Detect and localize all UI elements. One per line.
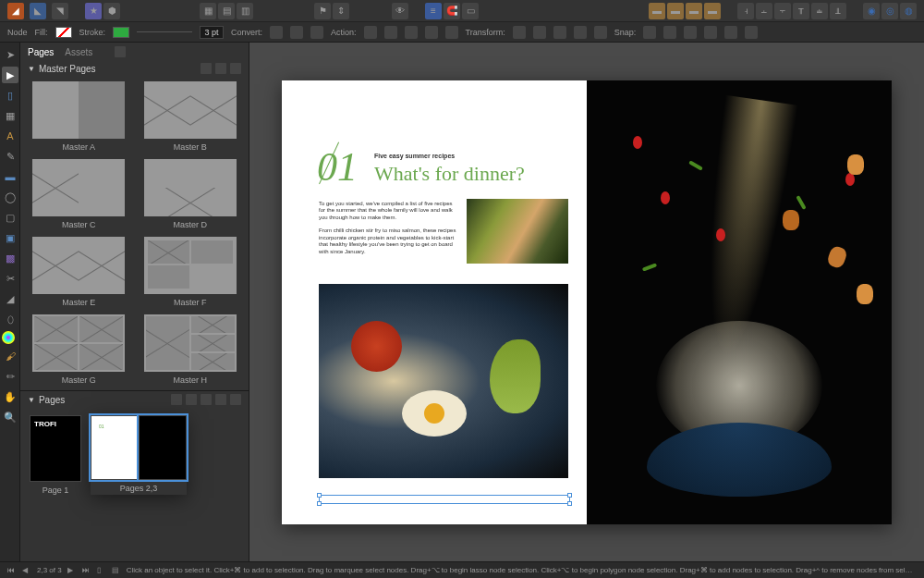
master-item[interactable]: Master F xyxy=(141,237,240,307)
panel-menu-icon[interactable] xyxy=(115,46,126,57)
convert-sharp-icon[interactable] xyxy=(270,26,283,39)
master-item[interactable]: Master G xyxy=(30,314,128,385)
master-item[interactable]: Master C xyxy=(30,159,128,229)
status-mode2-icon[interactable]: ▤ xyxy=(112,566,121,575)
transform-origin2-icon[interactable] xyxy=(553,26,566,39)
align-middle-icon[interactable]: ⫨ xyxy=(811,3,828,19)
masters-view2-icon[interactable] xyxy=(215,63,226,74)
color-picker-tool-icon[interactable] xyxy=(2,331,15,344)
view-mode2-icon[interactable]: ▤ xyxy=(218,3,235,19)
selection-handle-icon[interactable] xyxy=(567,501,572,506)
frame-text-tool-icon[interactable]: A xyxy=(2,128,18,144)
vector-crop-tool-icon[interactable]: ✂ xyxy=(2,270,18,287)
next-page-icon[interactable]: ▶ xyxy=(67,566,77,575)
snap-align-icon[interactable] xyxy=(724,26,737,39)
last-page-icon[interactable]: ⏭ xyxy=(82,566,91,575)
snapping-icon[interactable]: 🧲 xyxy=(444,3,460,19)
snap-handles-icon[interactable] xyxy=(704,26,717,39)
master-item[interactable]: Master E xyxy=(30,237,128,307)
boolean-subtract-icon[interactable]: ◎ xyxy=(881,3,898,19)
tab-pages[interactable]: Pages xyxy=(28,47,54,57)
transform-origin1-icon[interactable] xyxy=(533,26,546,39)
pages-addright-icon[interactable] xyxy=(215,394,226,405)
rectangle-tool-icon[interactable]: ▬ xyxy=(2,168,18,185)
pages-disclosure-icon[interactable]: ▼ xyxy=(28,396,35,404)
first-page-icon[interactable]: ⏮ xyxy=(7,566,17,575)
snap-node1-icon[interactable] xyxy=(643,26,656,39)
pages-view1-icon[interactable] xyxy=(171,394,182,405)
zoom-tool-icon[interactable]: 🔍 xyxy=(2,409,18,425)
fill-tool-icon[interactable]: ◢ xyxy=(2,290,18,307)
pages-view2-icon[interactable] xyxy=(186,394,197,405)
stroke-width-input[interactable] xyxy=(200,26,224,39)
baseline-grid-icon[interactable]: ≡ xyxy=(425,3,442,19)
table-tool-icon[interactable]: ▦ xyxy=(2,107,18,124)
master-item[interactable]: Master A xyxy=(30,81,128,152)
master-item[interactable]: Master D xyxy=(141,159,240,229)
boolean-add-icon[interactable]: ◉ xyxy=(863,3,880,19)
view-mode3-icon[interactable]: ▥ xyxy=(237,3,253,19)
snap-node2-icon[interactable] xyxy=(663,26,676,39)
persona-designer-icon[interactable]: ⬢ xyxy=(103,3,120,19)
align-right-icon[interactable]: ⫟ xyxy=(774,3,791,19)
selection-handle-icon[interactable] xyxy=(317,501,322,506)
fill-swatch[interactable] xyxy=(55,27,72,38)
rounded-rect-tool-icon[interactable]: ▢ xyxy=(2,209,18,226)
page-right[interactable] xyxy=(587,80,892,524)
action-smooth-icon[interactable] xyxy=(405,26,418,39)
anchor-icon[interactable]: ⇕ xyxy=(333,3,349,19)
transform-mode-icon[interactable] xyxy=(513,26,526,39)
arrange-back-icon[interactable]: ▬ xyxy=(649,3,665,19)
action-reverse-icon[interactable] xyxy=(445,26,458,39)
convert-smooth-icon[interactable] xyxy=(290,26,303,39)
node-tool-icon[interactable]: ▶ xyxy=(2,67,18,83)
affinity-switch2-icon[interactable]: ◥ xyxy=(52,3,68,19)
page-thumb-1[interactable]: TROFI Page 1 xyxy=(30,415,81,495)
align-top-icon[interactable]: ⫪ xyxy=(793,3,809,19)
affinity-switch-icon[interactable]: ◣ xyxy=(30,3,46,19)
image-bowl[interactable] xyxy=(319,284,568,478)
place-image-tool-icon[interactable]: ▩ xyxy=(2,250,18,266)
stroke-width-slider[interactable] xyxy=(137,31,192,32)
brush-tool-icon[interactable]: 🖌 xyxy=(2,348,18,364)
arrange-forward-icon[interactable]: ▬ xyxy=(686,3,702,19)
selection-frame[interactable] xyxy=(319,495,570,504)
pen-tool-icon[interactable]: ✎ xyxy=(2,148,18,165)
preview-icon[interactable]: 👁 xyxy=(392,3,408,19)
canvas[interactable]: 01 Five easy summer recipes What's for d… xyxy=(249,43,924,561)
move-tool-icon[interactable]: ➤ xyxy=(2,46,18,63)
masters-add-icon[interactable] xyxy=(230,63,241,74)
selection-handle-icon[interactable] xyxy=(317,493,322,498)
masters-view1-icon[interactable] xyxy=(201,63,212,74)
action-break-icon[interactable] xyxy=(364,26,377,39)
page-left[interactable]: 01 Five easy summer recipes What's for d… xyxy=(282,80,587,524)
selection-handle-icon[interactable] xyxy=(567,493,572,498)
ellipse-tool-icon[interactable]: ◯ xyxy=(2,189,18,205)
masters-disclosure-icon[interactable]: ▼ xyxy=(28,65,35,73)
master-item[interactable]: Master B xyxy=(141,81,240,152)
tab-assets[interactable]: Assets xyxy=(65,47,92,57)
image-salmon[interactable] xyxy=(467,199,568,264)
clip-canvas-icon[interactable]: ▭ xyxy=(462,3,479,19)
transform-origin3-icon[interactable] xyxy=(574,26,587,39)
stroke-swatch[interactable] xyxy=(113,27,129,38)
prev-page-icon[interactable]: ◀ xyxy=(22,566,31,575)
artistic-text-tool-icon[interactable]: ▯ xyxy=(2,87,18,104)
convert-smart-icon[interactable] xyxy=(310,26,323,39)
action-join-icon[interactable] xyxy=(425,26,438,39)
snap-geometry-icon[interactable] xyxy=(684,26,697,39)
align-bottom-icon[interactable]: ⫫ xyxy=(830,3,846,19)
preflight-icon[interactable]: ⚑ xyxy=(314,3,331,19)
eyedropper-tool-icon[interactable]: ✏ xyxy=(2,368,18,385)
pages-delete-icon[interactable] xyxy=(230,394,241,405)
picture-frame-tool-icon[interactable]: ▣ xyxy=(2,229,18,246)
arrange-front-icon[interactable]: ▬ xyxy=(704,3,721,19)
status-mode1-icon[interactable]: ▯ xyxy=(97,566,106,575)
transform-origin4-icon[interactable] xyxy=(594,26,607,39)
master-item[interactable]: Master H xyxy=(141,314,240,385)
action-close-icon[interactable] xyxy=(384,26,397,39)
align-left-icon[interactable]: ⫞ xyxy=(737,3,754,19)
pan-tool-icon[interactable]: ✋ xyxy=(2,388,18,405)
arrange-backward-icon[interactable]: ▬ xyxy=(667,3,684,19)
page-thumb-2-3[interactable]: 01 Pages 2,3 xyxy=(91,415,187,495)
